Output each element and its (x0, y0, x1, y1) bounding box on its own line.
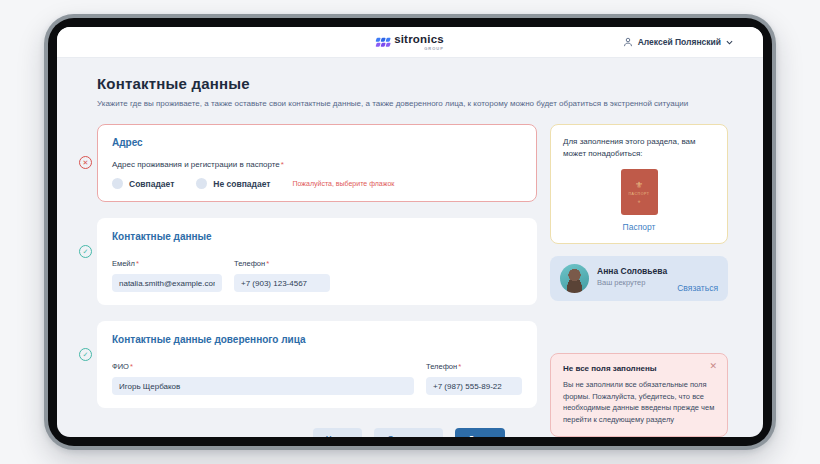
user-icon (623, 37, 633, 47)
address-section-title: Адрес (112, 137, 522, 148)
trustee-section-title: Контактные данные доверенного лица (112, 334, 522, 345)
contacts-section-title: Контактные данные (112, 231, 522, 242)
page-title: Контактные данные (97, 75, 725, 92)
radio-circle-icon[interactable] (112, 178, 123, 189)
close-icon[interactable] (709, 362, 717, 371)
passport-link[interactable]: Паспорт (563, 222, 715, 232)
trustee-name-label: ФИО (112, 362, 133, 371)
brand-logo-icon (376, 38, 390, 47)
trustee-name-field[interactable] (112, 377, 414, 395)
form-column: Адрес Адрес проживания и регистрации в п… (97, 124, 537, 437)
passport-word: ПАСПОРТ (628, 192, 649, 196)
alert-body: Вы не заполнили все обязательные поля фо… (563, 379, 715, 426)
page-subtitle: Укажите где вы проживаете, а также остав… (97, 99, 725, 108)
address-inline-error: Пожалуйста, выберите флажок (292, 180, 394, 187)
phone-field-group: Телефон (234, 252, 330, 292)
device-frame: sitronics GROUP Алексей Полянский (44, 14, 776, 450)
next-button[interactable]: Далее (455, 428, 505, 437)
alert-title: Не все поля заполнены (563, 364, 715, 373)
recruiter-avatar (560, 264, 589, 293)
radio-option-no-match[interactable]: Не совпадает (196, 178, 270, 189)
main-content: Контактные данные Укажите где вы прожива… (57, 58, 763, 437)
trustee-phone-label: Телефон (426, 362, 461, 371)
brand-logo: sitronics GROUP (376, 34, 444, 51)
recruiter-name: Анна Соловьева (597, 266, 667, 276)
trustee-name-field-group: ФИО (112, 355, 414, 395)
passport-emblem-small-icon: ⚜ (637, 200, 641, 204)
section-check-icon (79, 348, 92, 361)
email-field[interactable] (112, 274, 222, 292)
validation-alert: Не все поля заполнены Вы не заполнили вс… (550, 353, 728, 437)
radio-circle-icon[interactable] (196, 178, 207, 189)
email-field-group: Емейл (112, 252, 222, 292)
chevron-down-icon (726, 40, 733, 45)
brand-group-label: GROUP (424, 46, 444, 50)
sidebar: Для заполнения этого раздела, вам может … (550, 124, 728, 437)
recruiter-card: Анна Соловьева Ваш рекрутер Связаться (550, 256, 728, 301)
trustee-phone-field-group: Телефон (426, 355, 522, 395)
email-field-label: Емейл (112, 259, 139, 268)
app-screen: sitronics GROUP Алексей Полянский (57, 27, 763, 437)
passport-emblem-icon: ⚜ (635, 181, 643, 190)
section-check-icon (79, 245, 92, 258)
trustee-phone-field[interactable] (426, 377, 522, 395)
back-button[interactable]: Назад (313, 428, 363, 437)
section-error-icon (79, 156, 92, 169)
user-name: Алексей Полянский (638, 37, 721, 47)
app-header: sitronics GROUP Алексей Полянский (57, 27, 763, 58)
trustee-section-card: Контактные данные доверенного лица ФИО Т… (97, 321, 537, 408)
address-section-card: Адрес Адрес проживания и регистрации в п… (97, 124, 537, 202)
phone-field[interactable] (234, 274, 330, 292)
passport-image: ⚜ ПАСПОРТ ⚜ (621, 169, 658, 215)
recruiter-role: Ваш рекрутер (597, 278, 667, 287)
required-docs-text: Для заполнения этого раздела, вам может … (563, 136, 715, 160)
contact-recruiter-link[interactable]: Связаться (677, 283, 718, 293)
required-docs-card: Для заполнения этого раздела, вам может … (550, 124, 728, 244)
address-field-label: Адрес проживания и регистрации в паспорт… (112, 160, 522, 169)
user-menu[interactable]: Алексей Полянский (623, 37, 733, 47)
phone-field-label: Телефон (234, 259, 269, 268)
contacts-section-card: Контактные данные Емейл Телефон (97, 218, 537, 305)
brand-name: sitronics (394, 34, 444, 46)
radio-option-match[interactable]: Совпадает (112, 178, 174, 189)
device-bezel: sitronics GROUP Алексей Полянский (48, 18, 772, 446)
save-button[interactable]: Сохранить (374, 428, 443, 437)
